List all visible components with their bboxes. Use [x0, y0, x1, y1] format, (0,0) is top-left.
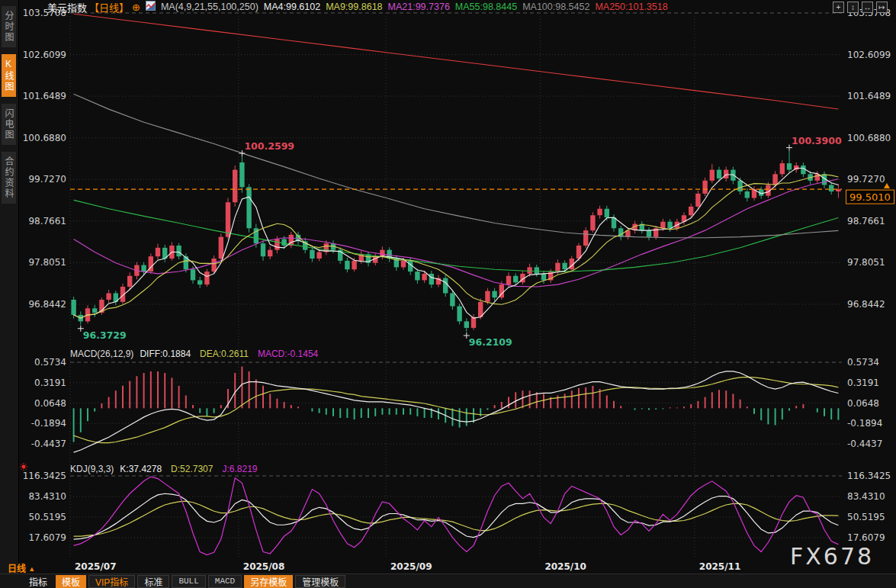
fit-horizontal-icon[interactable]: ↔ — [862, 2, 873, 13]
ma9-value: MA9:99.8618 — [326, 2, 382, 12]
svg-text:-0.4437: -0.4437 — [847, 439, 882, 449]
svg-text:0.0648: 0.0648 — [847, 398, 879, 409]
macd-label: MACD(26,12,9) — [70, 349, 133, 359]
period-selector[interactable]: 日线 ▲ — [8, 561, 35, 574]
svg-text:116.3425: 116.3425 — [847, 471, 891, 481]
macd-diff-value: DIFF:0.1884 — [140, 349, 191, 359]
svg-text:101.6489: 101.6489 — [23, 91, 66, 101]
svg-text:0.3191: 0.3191 — [847, 378, 879, 388]
kdj-label: KDJ(9,3,3) — [70, 464, 114, 474]
svg-text:116.3425: 116.3425 — [23, 471, 66, 481]
svg-text:100.6880: 100.6880 — [23, 133, 66, 143]
chart-application: 分时图 K线图 闪电图 合约资料 美元指数 【日线】 ⊕ MA(4,9,21,5… — [0, 0, 896, 588]
chart-canvas[interactable]: 103.5708102.6099101.6489100.688099.72709… — [19, 0, 896, 574]
svg-text:97.8051: 97.8051 — [28, 257, 66, 268]
ma55-value: MA55:98.8445 — [455, 2, 517, 12]
kdj-d-value: D:52.7307 — [171, 464, 213, 474]
add-indicator-icon[interactable]: ⊕ — [132, 2, 140, 13]
fit-vertical-icon[interactable]: ↕ — [847, 2, 859, 13]
svg-text:-0.1894: -0.1894 — [31, 418, 66, 429]
svg-text:99.5010: 99.5010 — [849, 191, 891, 203]
svg-text:-0.4437: -0.4437 — [31, 439, 66, 449]
watermark: FX678 — [790, 543, 874, 570]
symbol-title: 美元指数 — [47, 0, 87, 14]
svg-text:100.3900: 100.3900 — [792, 135, 842, 146]
svg-text:98.7661: 98.7661 — [847, 216, 885, 227]
ma-params-label: MA(4,9,21,55,100,250) — [161, 2, 259, 12]
standard-button[interactable]: 标准 — [137, 575, 169, 588]
sidebar-item-timeshare-chart[interactable]: 分时图 — [2, 6, 16, 47]
bottom-toolbar: 指标 模板 VIP指标 标准 BULL MACD 另存模板 管理模板 — [0, 574, 896, 588]
macd-macd-value: MACD:-0.1454 — [258, 349, 318, 359]
alarm-icon[interactable] — [20, 463, 27, 471]
ma4-value: MA4:99.6102 — [264, 2, 320, 12]
save-as-template-button[interactable]: 另存模板 — [244, 575, 293, 588]
template-button[interactable]: 模板 — [56, 575, 86, 588]
ma250-value: MA250:101.3518 — [595, 2, 667, 12]
svg-text:99.7270: 99.7270 — [28, 174, 66, 185]
svg-text:0.0648: 0.0648 — [34, 398, 66, 409]
sidebar: 分时图 K线图 闪电图 合约资料 — [0, 0, 19, 588]
svg-text:0.3191: 0.3191 — [34, 378, 66, 388]
svg-text:17.6079: 17.6079 — [847, 532, 885, 543]
svg-text:2025/09: 2025/09 — [390, 561, 432, 572]
svg-text:0.5734: 0.5734 — [847, 357, 879, 368]
svg-text:50.5195: 50.5195 — [847, 512, 885, 522]
svg-text:97.8051: 97.8051 — [847, 257, 885, 268]
current-price-badge: 99.5010 — [846, 183, 894, 204]
svg-text:50.5195: 50.5195 — [28, 512, 66, 522]
svg-text:96.2109: 96.2109 — [469, 336, 512, 348]
chart-window-controls: + ↕ ↔ ↦ — [833, 2, 888, 13]
month-labels: 2025/072025/082025/092025/102025/11 — [75, 561, 740, 572]
svg-text:100.2599: 100.2599 — [244, 140, 294, 152]
svg-text:96.8442: 96.8442 — [847, 299, 885, 310]
kdj-j-value: J:6.8219 — [222, 464, 257, 474]
svg-text:100.6880: 100.6880 — [847, 133, 891, 143]
chart-header: 美元指数 【日线】 ⊕ MA(4,9,21,55,100,250) MA4:99… — [47, 1, 668, 13]
svg-text:2025/08: 2025/08 — [243, 561, 284, 572]
axis-labels-left: 103.5708102.6099101.6489100.688099.72709… — [23, 8, 66, 543]
triangle-up-icon: ▲ — [28, 565, 35, 573]
vip-indicator-button[interactable]: VIP指标 — [88, 575, 135, 588]
svg-text:17.6079: 17.6079 — [28, 532, 66, 543]
svg-text:101.6489: 101.6489 — [847, 91, 891, 101]
svg-text:99.7270: 99.7270 — [847, 174, 885, 185]
sidebar-item-lightning-chart[interactable]: 闪电图 — [2, 104, 16, 145]
sidebar-item-contract-info[interactable]: 合约资料 — [2, 152, 16, 204]
move-chart-icon[interactable]: + — [833, 2, 844, 13]
indicator-button[interactable]: 指标 — [23, 575, 53, 588]
kdj-k-value: K:37.4278 — [120, 464, 162, 474]
macd-button[interactable]: MACD — [208, 575, 242, 588]
svg-text:2025/10: 2025/10 — [544, 561, 586, 572]
mini-chart-icon[interactable] — [146, 1, 156, 13]
svg-text:2025/11: 2025/11 — [699, 561, 740, 572]
svg-text:0.5734: 0.5734 — [34, 357, 66, 368]
kdj-panel-title: KDJ(9,3,3) K:37.4278 D:52.7307 J:6.8219 — [70, 464, 258, 474]
macd-histogram — [74, 367, 839, 442]
kdj-lines — [74, 477, 839, 555]
ma100-value: MA100:98.5452 — [522, 2, 589, 12]
macd-dea-value: DEA:0.2611 — [200, 349, 249, 359]
ma-lines — [74, 14, 839, 318]
axis-labels-right: 103.5708102.6099101.6489100.688099.72709… — [847, 8, 891, 543]
svg-text:102.6099: 102.6099 — [847, 50, 891, 60]
svg-text:83.4310: 83.4310 — [847, 491, 885, 502]
manage-template-button[interactable]: 管理模板 — [295, 575, 345, 588]
svg-text:102.6099: 102.6099 — [23, 50, 66, 60]
svg-text:83.4310: 83.4310 — [28, 491, 66, 502]
svg-text:96.8442: 96.8442 — [28, 299, 66, 310]
svg-text:98.7661: 98.7661 — [28, 216, 66, 227]
goto-latest-icon[interactable]: ↦ — [876, 2, 888, 13]
bull-button[interactable]: BULL — [172, 575, 205, 588]
macd-panel-title: MACD(26,12,9) DIFF:0.1884 DEA:0.2611 MAC… — [70, 349, 318, 359]
period-selector-label: 日线 — [8, 564, 26, 574]
macd-lines — [74, 371, 839, 452]
svg-text:-0.1894: -0.1894 — [847, 418, 882, 429]
svg-text:2025/07: 2025/07 — [75, 561, 116, 572]
period-tag: 【日线】 — [89, 0, 129, 14]
ma21-value: MA21:99.7376 — [388, 2, 450, 12]
svg-text:96.3729: 96.3729 — [83, 329, 127, 341]
sidebar-item-kline-chart[interactable]: K线图 — [2, 54, 16, 97]
